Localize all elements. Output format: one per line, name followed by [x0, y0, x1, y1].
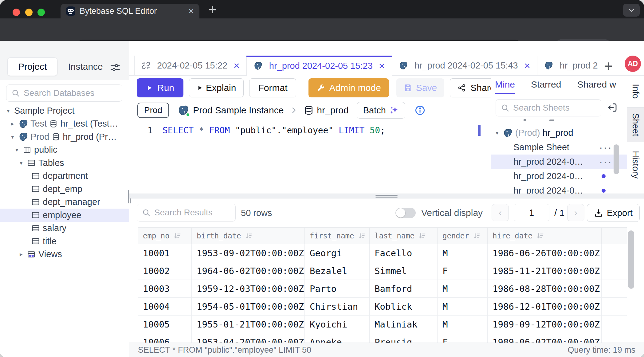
database-search[interactable]: [6, 84, 122, 102]
close-icon[interactable]: ×: [234, 60, 240, 71]
table-cell[interactable]: 1959-12-03T00:00:00Z: [192, 280, 305, 297]
sql-editor[interactable]: 1 SELECT * FROM "public"."employee" LIMI…: [129, 119, 490, 194]
table-cell[interactable]: Parto: [305, 280, 370, 297]
chevron-right-icon[interactable]: ▸: [11, 120, 18, 127]
column-header-birth_date[interactable]: birth_date: [192, 228, 305, 244]
table-cell[interactable]: Georgi: [305, 244, 370, 262]
explain-button[interactable]: Explain: [189, 78, 244, 97]
tree-item-hr_prodpr[interactable]: ▾Prodhr_prod (Pr…: [0, 130, 129, 143]
chevron-down-icon[interactable]: ▾: [11, 133, 18, 140]
table-cell[interactable]: M: [438, 298, 488, 315]
table-cell[interactable]: 1964-06-02T00:00:00Z: [192, 262, 305, 280]
table-cell[interactable]: Koblick: [370, 298, 438, 315]
table-cell[interactable]: 1989-09-12T00:00:00Z: [488, 316, 602, 333]
close-icon[interactable]: ×: [379, 61, 385, 71]
table-cell[interactable]: 1953-04-20T00:00:00Z: [192, 333, 305, 343]
minimize-window-button[interactable]: [25, 9, 33, 16]
table-cell[interactable]: M: [438, 280, 488, 297]
tree-item-views[interactable]: ▸Views: [0, 248, 129, 261]
results-search-input[interactable]: [154, 208, 235, 218]
table-cell[interactable]: F: [438, 262, 488, 280]
database-search-input[interactable]: [24, 88, 122, 98]
sort-icon[interactable]: [245, 232, 253, 240]
sort-icon[interactable]: [473, 232, 481, 240]
sheet-item[interactable]: hr_prod 2024-0…: [491, 183, 627, 194]
table-cell[interactable]: 10006: [138, 333, 192, 343]
table-cell[interactable]: 10004: [138, 298, 192, 315]
sheet-group-row[interactable]: ▾ (Prod) hr_prod: [491, 126, 627, 140]
sheet-item[interactable]: Sample Sheet···: [491, 140, 627, 155]
table-cell[interactable]: 1986-08-28T00:00:00Z: [488, 280, 602, 297]
sort-icon[interactable]: [358, 232, 366, 240]
sheets-search-input[interactable]: [513, 103, 601, 113]
table-cell[interactable]: 1954-05-01T00:00:00Z: [192, 298, 305, 315]
table-cell[interactable]: 1985-11-21T00:00:00Z: [488, 262, 602, 280]
sidebar-tab-instance[interactable]: Instance: [57, 57, 113, 76]
environment-chip[interactable]: Prod: [137, 103, 169, 118]
tree-item-public[interactable]: ▾public: [0, 143, 129, 157]
avatar[interactable]: AD: [625, 56, 641, 72]
table-cell[interactable]: 10001: [138, 244, 192, 262]
chevron-down-icon[interactable]: ▾: [496, 129, 503, 136]
tree-item-employee[interactable]: employee: [0, 209, 129, 222]
table-cell[interactable]: Bamford: [370, 280, 438, 297]
admin-mode-button[interactable]: Admin mode: [308, 78, 389, 97]
browser-tab[interactable]: Bytebase SQL Editor ×: [61, 4, 199, 18]
table-cell[interactable]: Simmel: [370, 262, 438, 280]
table-row[interactable]: 100031959-12-03T00:00:00ZPartoBamfordM19…: [138, 280, 627, 298]
table-cell[interactable]: F: [438, 333, 488, 343]
page-input[interactable]: [514, 204, 549, 221]
filter-settings-icon[interactable]: [109, 62, 121, 73]
column-header-hire_date[interactable]: hire_date: [488, 228, 602, 244]
sheets-tab-mine[interactable]: Mine: [495, 79, 515, 94]
table-cell[interactable]: Preusig: [370, 333, 438, 343]
results-search[interactable]: [137, 204, 236, 222]
instance-name[interactable]: Prod Sample Instance: [193, 105, 284, 116]
sheet-tab-3[interactable]: hr_prod 2024-02-05 15:43×: [392, 56, 537, 75]
table-cell[interactable]: Kyoichi: [305, 316, 370, 333]
chevron-down-icon[interactable]: ▾: [7, 107, 14, 114]
column-header-last_name[interactable]: last_name: [370, 228, 438, 244]
table-cell[interactable]: Anneke: [305, 333, 370, 343]
save-button[interactable]: Save: [396, 78, 444, 97]
side-tab-sheet[interactable]: Sheet: [627, 108, 644, 142]
run-button[interactable]: Run: [137, 78, 183, 97]
table-cell[interactable]: 10002: [138, 262, 192, 280]
table-row[interactable]: 100041954-05-01T00:00:00ZChirstianKoblic…: [138, 298, 627, 316]
sheets-search[interactable]: [496, 99, 601, 116]
sheets-tab-starred[interactable]: Starred: [531, 79, 561, 94]
table-row[interactable]: 100051955-01-21T00:00:00ZKyoichiMaliniak…: [138, 316, 627, 333]
sheet-tab-4[interactable]: hr_prod 2024-0: [537, 56, 598, 75]
sheet-list-scrollbar[interactable]: [614, 144, 619, 174]
info-icon[interactable]: [414, 105, 426, 116]
new-tab-button[interactable]: +: [208, 1, 217, 18]
batch-button[interactable]: Batch: [357, 102, 405, 119]
vertical-display-toggle[interactable]: [395, 208, 416, 218]
export-button[interactable]: Export: [587, 204, 640, 222]
sort-icon[interactable]: [418, 232, 426, 240]
side-tab-history[interactable]: History: [627, 142, 644, 188]
sheet-item[interactable]: hr_prod 2024-0…···: [491, 155, 627, 169]
sheet-item[interactable]: hr_prod 2024-0…: [491, 169, 627, 183]
chevron-right-icon[interactable]: ▸: [20, 251, 27, 258]
horizontal-splitter[interactable]: [129, 194, 644, 198]
sheet-tab-2[interactable]: hr_prod 2024-02-05 15:23×: [247, 56, 392, 76]
more-menu-icon[interactable]: ···: [599, 141, 612, 153]
table-cell[interactable]: 10003: [138, 280, 192, 297]
table-cell[interactable]: 1955-01-21T00:00:00Z: [192, 316, 305, 333]
browser-tab-close-icon[interactable]: ×: [188, 6, 194, 16]
sidebar-tab-project[interactable]: Project: [7, 57, 57, 76]
tree-item-department[interactable]: department: [0, 170, 129, 183]
prev-page-button[interactable]: ‹: [492, 204, 509, 221]
format-button[interactable]: Format: [249, 78, 296, 97]
table-row[interactable]: 100021964-06-02T00:00:00ZBezalelSimmelF1…: [138, 262, 627, 280]
column-header-first_name[interactable]: first_name: [305, 228, 370, 244]
close-icon[interactable]: ×: [524, 60, 530, 71]
tree-item-title[interactable]: title: [0, 235, 129, 248]
table-cell[interactable]: Maliniak: [370, 316, 438, 333]
table-cell[interactable]: Bezalel: [305, 262, 370, 280]
table-cell[interactable]: M: [438, 244, 488, 262]
tree-item-dept_manager[interactable]: dept_manager: [0, 196, 129, 209]
more-menu-icon[interactable]: ···: [599, 156, 612, 168]
table-cell[interactable]: M: [438, 316, 488, 333]
